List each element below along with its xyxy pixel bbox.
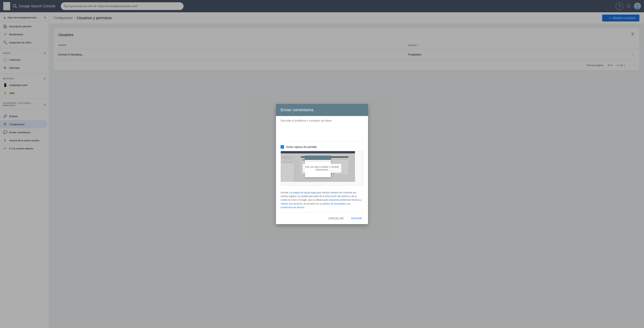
send-button[interactable]: ENVIAR [348, 215, 365, 222]
mini-dialog-header [305, 156, 331, 160]
dialog-title: Enviar comentarios [280, 108, 364, 112]
dialog-actions: CANCELAR ENVIAR [276, 213, 368, 224]
legal-link-3[interactable]: política de privacidad [323, 202, 345, 205]
mini-dialog-body [305, 160, 331, 163]
cancel-button[interactable]: CANCELAR [325, 215, 347, 222]
screenshot-preview[interactable]: Haz clic para resaltar u ocultar informa… [280, 151, 364, 186]
dialog-header: Enviar comentarios [276, 104, 368, 116]
feedback-dialog: Enviar comentarios Incluir captura de pa… [276, 104, 368, 224]
feedback-textarea[interactable] [280, 119, 364, 138]
legal-link-4[interactable]: condiciones de servicio [280, 206, 304, 209]
include-screenshot-checkbox[interactable] [280, 145, 284, 149]
click-hint: Haz clic para resaltar u ocultar informa… [303, 164, 341, 173]
checkbox-label: Incluir captura de pantalla [286, 145, 317, 148]
dialog-overlay[interactable]: Enviar comentarios Incluir captura de pa… [0, 0, 644, 328]
legal-text: Accede a la página de ayuda legal para s… [276, 189, 368, 212]
checkbox-row: Incluir captura de pantalla [280, 145, 364, 149]
dialog-body [276, 116, 368, 142]
screenshot-section: Incluir captura de pantalla [276, 142, 368, 189]
legal-link-1[interactable]: página de ayuda legal [293, 191, 316, 194]
